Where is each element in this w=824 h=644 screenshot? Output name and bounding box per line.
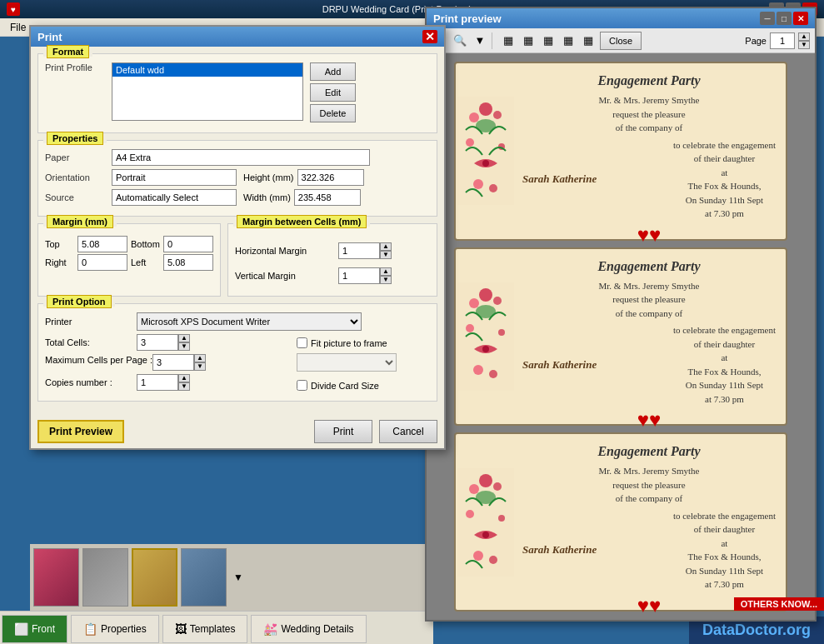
thumb-scroll-arrow[interactable]: ▼ <box>230 572 247 583</box>
total-cells-spinbtns: ▲ ▼ <box>178 334 190 351</box>
print-button[interactable]: Print <box>314 420 372 443</box>
max-cells-up[interactable]: ▲ <box>194 354 206 362</box>
source-input[interactable] <box>112 189 237 206</box>
horizontal-margin-row: Horizontal Margin ▲ ▼ <box>235 242 430 259</box>
delete-button[interactable]: Delete <box>310 104 356 122</box>
total-cells-label: Total Cells: <box>45 337 137 347</box>
front-icon: ⬜ <box>14 622 28 636</box>
margin-bottom-input[interactable] <box>163 236 213 252</box>
margin-top-input[interactable] <box>77 236 127 252</box>
card1-text1: Mr. & Mrs. Jeremy Smythe request the ple… <box>522 93 776 135</box>
page-down-btn[interactable]: ▼ <box>798 41 810 49</box>
tab-properties[interactable]: 📋 Properties <box>71 615 159 643</box>
tab-wedding-label: Wedding Details <box>281 623 353 635</box>
svg-point-22 <box>469 484 479 494</box>
preview-close[interactable]: ✕ <box>793 12 808 25</box>
card1-title: Engagement Party <box>522 73 776 88</box>
orientation-input[interactable] <box>112 169 237 186</box>
paper-label: Paper <box>45 152 112 162</box>
printer-select[interactable]: Microsoft XPS Document Writer <box>137 312 362 331</box>
close-preview-button[interactable]: Close <box>600 32 642 50</box>
dialog-bottom: Print Preview Print Cancel <box>31 415 444 448</box>
thumb-4[interactable] <box>181 548 227 607</box>
add-button[interactable]: Add <box>310 62 356 81</box>
svg-point-15 <box>482 346 489 352</box>
svg-point-19 <box>489 370 497 378</box>
tab-templates[interactable]: 🖼 Templates <box>162 615 248 643</box>
format-section: Format Print Profile Default wdd Add Edi… <box>37 53 437 133</box>
toolbar-layout5-icon[interactable]: ▦ <box>580 32 597 49</box>
toolbar-dropdown-icon[interactable]: ▼ <box>472 32 488 49</box>
horizontal-up-btn[interactable]: ▲ <box>380 242 392 251</box>
copies-up[interactable]: ▲ <box>178 374 190 382</box>
total-cells-up[interactable]: ▲ <box>178 334 190 342</box>
print-dialog-body: Format Print Profile Default wdd Add Edi… <box>31 47 444 415</box>
max-cells-spinner: ▲ ▼ <box>152 354 206 371</box>
printer-label: Printer <box>45 317 137 327</box>
page-input[interactable] <box>770 32 795 49</box>
horizontal-margin-label: Horizontal Margin <box>235 246 335 256</box>
vertical-down-btn[interactable]: ▼ <box>380 276 392 284</box>
total-cells-input[interactable] <box>137 334 178 351</box>
margin-cells-section-label: Margin between Cells (mm) <box>233 217 370 227</box>
svg-point-18 <box>473 365 483 375</box>
print-dialog-close[interactable]: ✕ <box>422 30 437 43</box>
cancel-button[interactable]: Cancel <box>379 420 437 443</box>
toolbar-layout4-icon[interactable]: ▦ <box>560 32 577 49</box>
tab-front-label: Front <box>32 623 55 635</box>
bottom-tab-bar: ⬜ Front 📋 Properties 🖼 Templates 💒 Weddi… <box>0 611 433 644</box>
margin-right-input[interactable] <box>77 254 127 271</box>
svg-point-16 <box>466 324 474 332</box>
margin-top-row: Top <box>45 236 127 252</box>
copies-down[interactable]: ▼ <box>178 382 190 391</box>
copies-row: Copies number : ▲ ▼ <box>45 374 290 391</box>
fit-picture-checkbox[interactable] <box>297 337 307 348</box>
toolbar-layout2-icon[interactable]: ▦ <box>520 32 537 49</box>
thumb-3[interactable] <box>132 548 177 607</box>
print-preview-button[interactable]: Print Preview <box>37 420 124 443</box>
watermark-suffix: Doctor.org <box>735 622 811 638</box>
thumb-1[interactable] <box>33 548 79 607</box>
thumbnail-strip: ▼ <box>30 544 430 611</box>
preview-minimize[interactable]: ─ <box>760 12 775 25</box>
vertical-margin-spinner: ▲ ▼ <box>338 267 392 284</box>
divide-card-checkbox[interactable] <box>297 380 307 391</box>
horizontal-down-btn[interactable]: ▼ <box>380 251 392 259</box>
preview-title: Print preview <box>433 12 502 25</box>
card2-title: Engagement Party <box>522 259 776 274</box>
svg-point-13 <box>493 297 502 305</box>
templates-icon: 🖼 <box>175 622 187 636</box>
vertical-margin-input[interactable] <box>338 267 380 284</box>
tab-front[interactable]: ⬜ Front <box>2 615 67 643</box>
margin-left-input[interactable] <box>163 254 213 271</box>
height-input[interactable] <box>297 169 364 186</box>
profile-item-default[interactable]: Default wdd <box>112 63 302 77</box>
page-up-btn[interactable]: ▲ <box>798 32 810 41</box>
edit-button[interactable]: Edit <box>310 83 356 102</box>
tab-wedding-details[interactable]: 💒 Wedding Details <box>251 615 366 643</box>
thumb-2[interactable] <box>82 548 128 607</box>
total-cells-down[interactable]: ▼ <box>178 342 190 351</box>
fit-select[interactable] <box>297 353 397 372</box>
copies-input[interactable] <box>137 374 178 391</box>
card-floral-1 <box>456 63 516 239</box>
option-split-row: Total Cells: ▲ ▼ Maximum Cells per Page … <box>45 334 430 394</box>
max-cells-input[interactable] <box>152 354 194 371</box>
card1-name1: Sarah Katherine <box>522 172 597 186</box>
margin-bottom-label: Bottom <box>131 239 160 249</box>
toolbar-search-icon[interactable]: 🔍 <box>452 32 468 49</box>
svg-point-23 <box>493 482 502 491</box>
horizontal-margin-input[interactable] <box>338 242 380 259</box>
preview-maximize[interactable]: □ <box>777 12 792 25</box>
paper-input[interactable] <box>112 149 370 166</box>
toolbar-layout1-icon[interactable]: ▦ <box>500 32 517 49</box>
vertical-up-btn[interactable]: ▲ <box>380 267 392 276</box>
profile-list[interactable]: Default wdd <box>112 62 303 121</box>
svg-point-3 <box>493 111 502 119</box>
margin-cells-section: Margin between Cells (mm) Horizontal Mar… <box>227 223 437 297</box>
width-input[interactable] <box>294 189 361 206</box>
others-banner: OTHERS KNOW... <box>734 597 824 611</box>
card2-venue: to celebrate the engagement of their dau… <box>673 323 776 406</box>
toolbar-layout3-icon[interactable]: ▦ <box>540 32 557 49</box>
max-cells-down[interactable]: ▼ <box>194 362 206 371</box>
